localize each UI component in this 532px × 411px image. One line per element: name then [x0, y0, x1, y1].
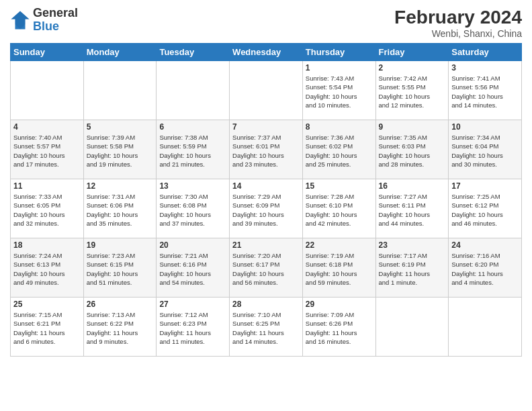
- calendar-cell: [375, 298, 449, 357]
- calendar-cell: 15Sunrise: 7:28 AM Sunset: 6:10 PM Dayli…: [302, 179, 375, 238]
- day-number: 8: [306, 122, 373, 132]
- calendar-cell: 12Sunrise: 7:31 AM Sunset: 6:06 PM Dayli…: [83, 179, 157, 238]
- cell-content: Sunrise: 7:17 AM Sunset: 6:19 PM Dayligh…: [379, 251, 446, 287]
- calendar-cell: 24Sunrise: 7:16 AM Sunset: 6:20 PM Dayli…: [449, 238, 522, 298]
- day-number: 18: [13, 240, 81, 250]
- calendar-cell: 5Sunrise: 7:39 AM Sunset: 5:58 PM Daylig…: [83, 120, 157, 179]
- header-day: Thursday: [302, 44, 375, 61]
- calendar-cell: 18Sunrise: 7:24 AM Sunset: 6:13 PM Dayli…: [11, 238, 84, 298]
- calendar-cell: [230, 61, 303, 120]
- cell-content: Sunrise: 7:21 AM Sunset: 6:16 PM Dayligh…: [159, 251, 226, 287]
- header-day: Sunday: [11, 44, 84, 61]
- calendar-cell: 21Sunrise: 7:20 AM Sunset: 6:17 PM Dayli…: [230, 238, 303, 298]
- cell-content: Sunrise: 7:30 AM Sunset: 6:08 PM Dayligh…: [159, 192, 226, 228]
- svg-marker-1: [11, 11, 30, 29]
- cell-content: Sunrise: 7:15 AM Sunset: 6:21 PM Dayligh…: [13, 310, 81, 346]
- day-number: 29: [306, 300, 373, 309]
- main-title: February 2024: [394, 7, 522, 28]
- calendar-cell: 22Sunrise: 7:19 AM Sunset: 6:18 PM Dayli…: [302, 238, 375, 298]
- cell-content: Sunrise: 7:25 AM Sunset: 6:12 PM Dayligh…: [451, 192, 519, 228]
- cell-content: Sunrise: 7:16 AM Sunset: 6:20 PM Dayligh…: [451, 251, 519, 287]
- day-number: 25: [13, 300, 81, 309]
- day-number: 19: [87, 240, 154, 250]
- logo-text: General Blue: [33, 7, 78, 34]
- calendar-cell: 10Sunrise: 7:34 AM Sunset: 6:04 PM Dayli…: [449, 120, 522, 179]
- calendar-cell: 3Sunrise: 7:41 AM Sunset: 5:56 PM Daylig…: [449, 61, 522, 120]
- page: General Blue February 2024 Wenbi, Shanxi…: [0, 0, 532, 363]
- cell-content: Sunrise: 7:34 AM Sunset: 6:04 PM Dayligh…: [451, 133, 519, 169]
- calendar-cell: 11Sunrise: 7:33 AM Sunset: 6:05 PM Dayli…: [11, 179, 84, 238]
- day-number: 5: [87, 122, 154, 132]
- cell-content: Sunrise: 7:13 AM Sunset: 6:22 PM Dayligh…: [87, 310, 154, 346]
- cell-content: Sunrise: 7:23 AM Sunset: 6:15 PM Dayligh…: [87, 251, 154, 287]
- cell-content: Sunrise: 7:41 AM Sunset: 5:56 PM Dayligh…: [451, 74, 519, 109]
- cell-content: Sunrise: 7:43 AM Sunset: 5:54 PM Dayligh…: [306, 74, 373, 109]
- cell-content: Sunrise: 7:31 AM Sunset: 6:06 PM Dayligh…: [87, 192, 154, 228]
- calendar-cell: 19Sunrise: 7:23 AM Sunset: 6:15 PM Dayli…: [83, 238, 157, 298]
- day-number: 22: [306, 240, 373, 250]
- calendar-week-row: 1Sunrise: 7:43 AM Sunset: 5:54 PM Daylig…: [11, 61, 522, 120]
- cell-content: Sunrise: 7:36 AM Sunset: 6:02 PM Dayligh…: [306, 133, 373, 169]
- calendar-cell: [11, 61, 84, 120]
- calendar-cell: 9Sunrise: 7:35 AM Sunset: 6:03 PM Daylig…: [375, 120, 449, 179]
- header: General Blue February 2024 Wenbi, Shanxi…: [10, 7, 522, 39]
- calendar-cell: 23Sunrise: 7:17 AM Sunset: 6:19 PM Dayli…: [375, 238, 449, 298]
- subtitle: Wenbi, Shanxi, China: [394, 28, 522, 39]
- calendar-cell: 26Sunrise: 7:13 AM Sunset: 6:22 PM Dayli…: [83, 298, 157, 357]
- header-day: Saturday: [449, 44, 522, 61]
- calendar-cell: 14Sunrise: 7:29 AM Sunset: 6:09 PM Dayli…: [230, 179, 303, 238]
- day-number: 28: [232, 300, 300, 309]
- day-number: 21: [232, 240, 300, 250]
- day-number: 3: [451, 63, 519, 73]
- calendar-cell: 8Sunrise: 7:36 AM Sunset: 6:02 PM Daylig…: [302, 120, 375, 179]
- calendar-cell: 27Sunrise: 7:12 AM Sunset: 6:23 PM Dayli…: [157, 298, 230, 357]
- header-row: SundayMondayTuesdayWednesdayThursdayFrid…: [11, 44, 522, 61]
- day-number: 16: [379, 181, 446, 191]
- cell-content: Sunrise: 7:35 AM Sunset: 6:03 PM Dayligh…: [379, 133, 446, 169]
- day-number: 6: [159, 122, 226, 132]
- logo-icon: [10, 10, 30, 30]
- calendar-cell: 1Sunrise: 7:43 AM Sunset: 5:54 PM Daylig…: [302, 61, 375, 120]
- header-day: Tuesday: [157, 44, 230, 61]
- cell-content: Sunrise: 7:10 AM Sunset: 6:25 PM Dayligh…: [232, 310, 300, 346]
- calendar-cell: 25Sunrise: 7:15 AM Sunset: 6:21 PM Dayli…: [11, 298, 84, 357]
- calendar-cell: 13Sunrise: 7:30 AM Sunset: 6:08 PM Dayli…: [157, 179, 230, 238]
- day-number: 11: [13, 181, 81, 191]
- calendar-cell: 6Sunrise: 7:38 AM Sunset: 5:59 PM Daylig…: [157, 120, 230, 179]
- calendar-cell: 29Sunrise: 7:09 AM Sunset: 6:26 PM Dayli…: [302, 298, 375, 357]
- cell-content: Sunrise: 7:12 AM Sunset: 6:23 PM Dayligh…: [159, 310, 226, 346]
- day-number: 24: [451, 240, 519, 250]
- logo: General Blue: [10, 7, 78, 34]
- calendar-cell: 7Sunrise: 7:37 AM Sunset: 6:01 PM Daylig…: [230, 120, 303, 179]
- header-day: Wednesday: [230, 44, 303, 61]
- cell-content: Sunrise: 7:28 AM Sunset: 6:10 PM Dayligh…: [306, 192, 373, 228]
- day-number: 12: [87, 181, 154, 191]
- calendar-week-row: 25Sunrise: 7:15 AM Sunset: 6:21 PM Dayli…: [11, 298, 522, 357]
- day-number: 9: [379, 122, 446, 132]
- cell-content: Sunrise: 7:37 AM Sunset: 6:01 PM Dayligh…: [232, 133, 300, 169]
- cell-content: Sunrise: 7:24 AM Sunset: 6:13 PM Dayligh…: [13, 251, 81, 287]
- cell-content: Sunrise: 7:19 AM Sunset: 6:18 PM Dayligh…: [306, 251, 373, 287]
- day-number: 7: [232, 122, 300, 132]
- header-day: Monday: [83, 44, 157, 61]
- calendar-cell: 20Sunrise: 7:21 AM Sunset: 6:16 PM Dayli…: [157, 238, 230, 298]
- calendar-cell: [157, 61, 230, 120]
- day-number: 17: [451, 181, 519, 191]
- cell-content: Sunrise: 7:09 AM Sunset: 6:26 PM Dayligh…: [306, 310, 373, 346]
- calendar-cell: 16Sunrise: 7:27 AM Sunset: 6:11 PM Dayli…: [375, 179, 449, 238]
- day-number: 1: [306, 63, 373, 73]
- header-day: Friday: [375, 44, 449, 61]
- day-number: 14: [232, 181, 300, 191]
- day-number: 27: [159, 300, 226, 309]
- calendar-cell: 17Sunrise: 7:25 AM Sunset: 6:12 PM Dayli…: [449, 179, 522, 238]
- cell-content: Sunrise: 7:42 AM Sunset: 5:55 PM Dayligh…: [379, 74, 446, 109]
- cell-content: Sunrise: 7:29 AM Sunset: 6:09 PM Dayligh…: [232, 192, 300, 228]
- day-number: 4: [13, 122, 81, 132]
- day-number: 10: [451, 122, 519, 132]
- cell-content: Sunrise: 7:40 AM Sunset: 5:57 PM Dayligh…: [13, 133, 81, 169]
- cell-content: Sunrise: 7:38 AM Sunset: 5:59 PM Dayligh…: [159, 133, 226, 169]
- day-number: 13: [159, 181, 226, 191]
- day-number: 26: [87, 300, 154, 309]
- calendar-week-row: 4Sunrise: 7:40 AM Sunset: 5:57 PM Daylig…: [11, 120, 522, 179]
- calendar-week-row: 18Sunrise: 7:24 AM Sunset: 6:13 PM Dayli…: [11, 238, 522, 298]
